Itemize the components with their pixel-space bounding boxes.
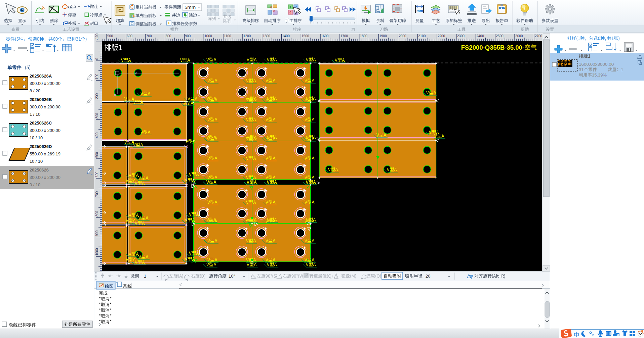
- svg-text:100: 100: [95, 74, 99, 79]
- svg-text:10 / 10: 10 / 10: [30, 135, 43, 140]
- svg-text:31: 31: [579, 67, 583, 72]
- svg-text:2700: 2700: [535, 34, 542, 38]
- svg-text:1 / 10: 1 / 10: [30, 112, 40, 117]
- svg-text:1200: 1200: [243, 34, 251, 38]
- svg-text:2300: 2300: [457, 34, 465, 38]
- svg-text:1000: 1000: [95, 248, 99, 256]
- svg-text:1: 1: [289, 5, 291, 9]
- svg-text:300.00 x 200.00: 300.00 x 200.00: [30, 81, 61, 86]
- svg-text:900: 900: [95, 230, 99, 236]
- svg-text:400: 400: [95, 132, 99, 138]
- svg-text:10 / 10: 10 / 10: [30, 159, 43, 164]
- svg-text:0 / 10: 0 / 10: [30, 182, 40, 187]
- svg-text:mm: mm: [416, 9, 423, 13]
- svg-text:1700: 1700: [340, 34, 348, 38]
- svg-text:20: 20: [426, 274, 430, 279]
- svg-text:0: 0: [95, 58, 99, 60]
- svg-text:8 / 20: 8 / 20: [30, 88, 40, 93]
- svg-text:2200: 2200: [438, 34, 445, 38]
- svg-text:Y: Y: [134, 71, 137, 76]
- svg-text:1100: 1100: [224, 34, 231, 38]
- svg-text:1000: 1000: [204, 34, 212, 38]
- svg-text:300: 300: [95, 113, 99, 118]
- svg-text:25: 25: [617, 334, 619, 336]
- svg-text:700: 700: [146, 34, 152, 38]
- svg-text:600: 600: [95, 172, 99, 177]
- svg-text:300.00 x 200.00: 300.00 x 200.00: [30, 104, 61, 109]
- svg-text:1: 1: [144, 274, 146, 279]
- svg-text:1500: 1500: [301, 34, 309, 38]
- svg-text:700: 700: [95, 191, 99, 197]
- svg-text:200: 200: [95, 93, 99, 99]
- svg-text:2400: 2400: [477, 34, 484, 38]
- svg-text:35.39%: 35.39%: [592, 73, 607, 78]
- svg-text:300.00 x 200.00: 300.00 x 200.00: [30, 175, 61, 180]
- svg-text:20250626C: 20250626C: [30, 120, 52, 126]
- svg-text:2000: 2000: [399, 34, 406, 38]
- svg-text:X: X: [114, 93, 117, 98]
- svg-text:20250626A: 20250626A: [30, 74, 52, 79]
- svg-text:10°: 10°: [229, 274, 235, 279]
- svg-text:300.00 x 200.00: 300.00 x 200.00: [30, 128, 61, 133]
- svg-text:800: 800: [166, 34, 171, 38]
- svg-text:1400: 1400: [282, 34, 290, 38]
- svg-text:800: 800: [95, 211, 99, 216]
- svg-text:4: 4: [289, 10, 291, 14]
- svg-text:2600: 2600: [515, 34, 523, 38]
- svg-text:FS2000-Q355B-35.00-: FS2000-Q355B-35.00-: [461, 44, 524, 51]
- svg-text:20250626B: 20250626B: [30, 97, 52, 102]
- svg-text:600: 600: [127, 34, 132, 38]
- svg-text:20250626: 20250626: [30, 167, 49, 173]
- svg-text:1600.00x3000.00: 1600.00x3000.00: [579, 62, 614, 67]
- svg-text:20250626D: 20250626D: [30, 144, 52, 149]
- svg-text:5mm: 5mm: [185, 4, 196, 10]
- svg-text:1300: 1300: [263, 34, 271, 38]
- svg-text:900: 900: [185, 34, 191, 38]
- svg-text:2500: 2500: [496, 34, 504, 38]
- svg-text:1800: 1800: [360, 34, 368, 38]
- svg-text:1900: 1900: [379, 34, 387, 38]
- svg-text:-100: -100: [95, 33, 99, 40]
- svg-text:2100: 2100: [418, 34, 426, 38]
- svg-text:550.00 x 269.19: 550.00 x 269.19: [30, 151, 61, 156]
- svg-text:500: 500: [107, 34, 113, 38]
- svg-text:500: 500: [95, 152, 99, 158]
- svg-text:1600: 1600: [321, 34, 329, 38]
